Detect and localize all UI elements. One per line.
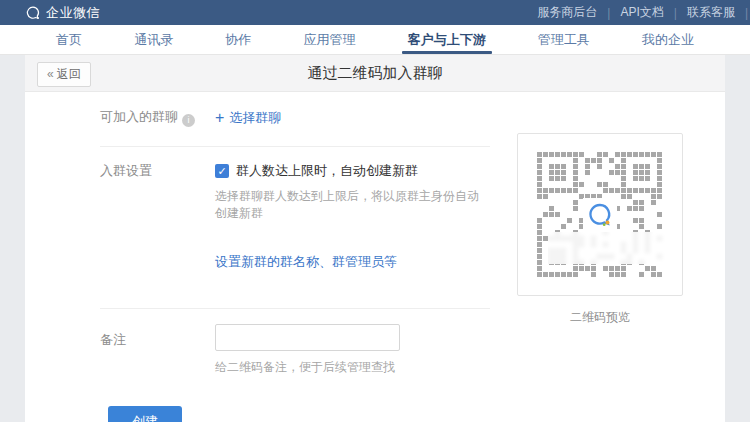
nav-item-home[interactable]: 首页 <box>50 25 88 54</box>
join-settings-label: 入群设置 <box>100 162 215 271</box>
main-nav: 首页 通讯录 协作 应用管理 客户与上下游 管理工具 我的企业 <box>0 25 750 55</box>
top-link-service-provider[interactable]: 服务商后台 <box>527 4 607 21</box>
info-icon[interactable]: i <box>182 114 195 127</box>
card-body: 可加入的群聊i +选择群聊 入群设置 ✓ 群人数达上限时，自动创建新群 选择群 <box>25 92 725 422</box>
auto-create-check-line: ✓ 群人数达上限时，自动创建新群 <box>215 162 490 180</box>
topbar: 企业微信 服务商后台 | API文档 | 联系客服 | <box>0 0 750 25</box>
remark-input[interactable] <box>215 324 400 351</box>
auto-create-checkbox[interactable]: ✓ <box>215 164 229 178</box>
nav-item-contacts[interactable]: 通讯录 <box>128 25 179 54</box>
nav-item-my-company[interactable]: 我的企业 <box>636 25 700 54</box>
nav-item-app-management[interactable]: 应用管理 <box>297 25 361 54</box>
join-settings-row: 入群设置 ✓ 群人数达上限时，自动创建新群 选择群聊群人数达到上限后，将以原群主… <box>100 162 490 271</box>
qr-preview-panel: 二维码预览 <box>517 133 683 326</box>
divider <box>100 146 490 147</box>
top-link-api-docs[interactable]: API文档 <box>610 4 673 21</box>
remark-label: 备注 <box>100 324 215 376</box>
divider <box>100 308 490 309</box>
join-settings-control: ✓ 群人数达上限时，自动创建新群 选择群聊群人数达到上限后，将以原群主身份自动创… <box>215 162 490 271</box>
remark-row: 备注 给二维码备注，便于后续管理查找 <box>100 324 490 376</box>
qr-caption: 二维码预览 <box>517 309 683 326</box>
wecom-bubble-icon <box>583 198 617 232</box>
plus-icon: + <box>215 109 224 126</box>
topbar-links: 服务商后台 | API文档 | 联系客服 | <box>527 4 748 21</box>
separator: | <box>745 6 748 20</box>
wecom-logo-icon <box>25 5 41 21</box>
new-group-settings-link[interactable]: 设置新群的群名称、群管理员等 <box>215 253 397 271</box>
remark-helper: 给二维码备注，便于后续管理查找 <box>215 359 400 376</box>
nav-item-collaboration[interactable]: 协作 <box>219 25 257 54</box>
joinable-group-row: 可加入的群聊i +选择群聊 <box>100 108 490 127</box>
auto-create-checkbox-label[interactable]: 群人数达上限时，自动创建新群 <box>236 162 418 180</box>
page-title: 通过二维码加入群聊 <box>25 64 725 83</box>
card-header: «返回 通过二维码加入群聊 <box>25 55 725 92</box>
joinable-group-label-text: 可加入的群聊 <box>100 109 178 124</box>
select-group-link-label: 选择群聊 <box>229 110 281 125</box>
back-button[interactable]: «返回 <box>37 62 91 87</box>
nav-item-customers[interactable]: 客户与上下游 <box>402 25 492 54</box>
qr-box <box>517 133 683 296</box>
back-button-label: 返回 <box>57 67 81 81</box>
joinable-group-label: 可加入的群聊i <box>100 108 215 127</box>
top-link-contact-support[interactable]: 联系客服 <box>677 4 745 21</box>
brand-name: 企业微信 <box>46 4 100 22</box>
brand[interactable]: 企业微信 <box>25 4 100 22</box>
chevron-left-icon: « <box>47 67 54 81</box>
qr-blur-overlay <box>548 232 666 264</box>
select-group-link[interactable]: +选择群聊 <box>215 109 281 127</box>
remark-control: 给二维码备注，便于后续管理查找 <box>215 324 400 376</box>
nav-item-management-tools[interactable]: 管理工具 <box>532 25 596 54</box>
join-settings-helper: 选择群聊群人数达到上限后，将以原群主身份自动创建新群 <box>215 188 490 222</box>
page: «返回 通过二维码加入群聊 可加入的群聊i +选择群聊 入群设置 <box>0 55 750 422</box>
content-card: «返回 通过二维码加入群聊 可加入的群聊i +选择群聊 入群设置 <box>25 55 725 422</box>
create-button[interactable]: 创建 <box>108 406 182 422</box>
form: 可加入的群聊i +选择群聊 入群设置 ✓ 群人数达上限时，自动创建新群 选择群 <box>100 92 490 422</box>
